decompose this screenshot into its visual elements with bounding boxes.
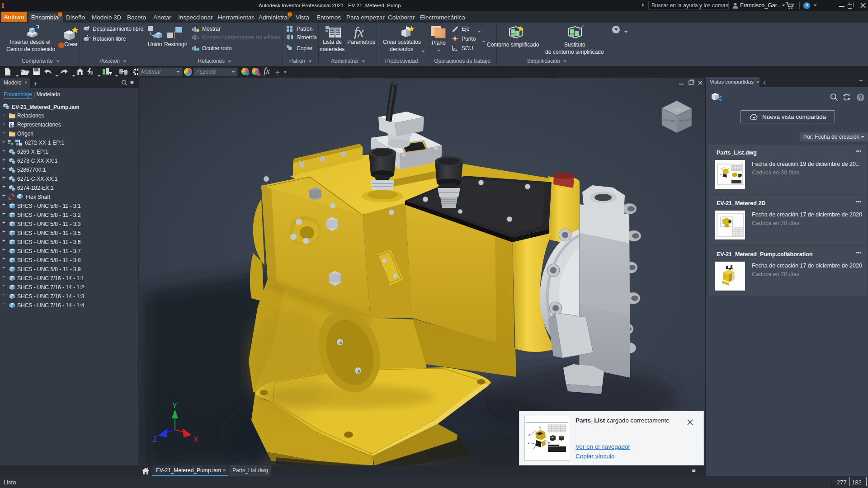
svg-text:Z: Z [153, 436, 157, 443]
svg-text:?: ? [805, 3, 808, 8]
svg-text:?: ? [859, 94, 862, 101]
svg-text:X: X [193, 436, 198, 443]
svg-text:Y: Y [172, 402, 177, 409]
